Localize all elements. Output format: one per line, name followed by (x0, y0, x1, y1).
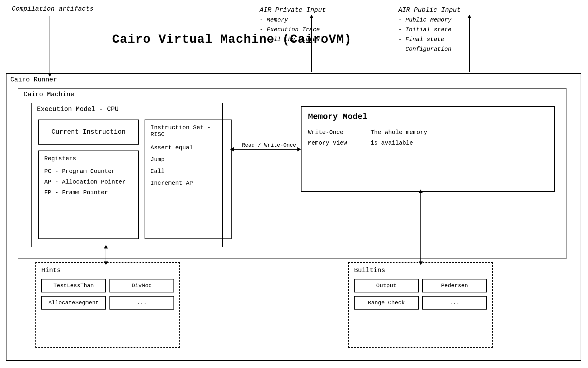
instruction-set-box: Instruction Set - RISC Assert equal Jump… (145, 120, 232, 239)
arrow-air-public (469, 18, 470, 72)
hint-item-divmod: DivMod (109, 279, 174, 292)
builtins-box: Builtins Output Pedersen Range Check ... (348, 262, 493, 348)
registers-content: PC - Program Counter AP - Allocation Poi… (44, 166, 133, 198)
memory-model-box: Memory Model Write-OnceMemory View The w… (301, 106, 555, 192)
arrow-hints (106, 248, 106, 262)
instruction-set-content: Assert equal Jump Call Increment AP (150, 142, 226, 189)
cairo-vm-title: Cairo Virtual Machine (CairoVM) (112, 32, 352, 47)
registers-box: Registers PC - Program Counter AP - Allo… (38, 151, 139, 239)
rw-label: Read / Write-Once (242, 142, 296, 148)
current-instruction-text: Current Instruction (52, 128, 126, 136)
builtin-item-rangecheck: Range Check (354, 296, 419, 310)
memory-model-label: Memory Model (308, 112, 548, 121)
diagram-root: Compilation artifacts AIR Private Input … (0, 0, 588, 368)
write-once-text: Write-OnceMemory View (308, 127, 347, 148)
builtins-grid: Output Pedersen Range Check ... (354, 279, 487, 310)
hints-label: Hints (41, 267, 174, 274)
compilation-label: Compilation artifacts (12, 5, 94, 13)
instruction-set-label: Instruction Set - RISC (150, 124, 226, 138)
current-instruction-box: Current Instruction (38, 120, 139, 145)
builtins-label: Builtins (354, 267, 487, 274)
arrow-builtins (420, 192, 421, 262)
cairo-machine-label: Cairo Machine (24, 91, 74, 98)
hint-item-allocatesegment: AllocateSegment (41, 296, 106, 310)
builtin-item-output: Output (354, 279, 419, 292)
memory-model-content: Write-OnceMemory View The whole memoryis… (308, 127, 548, 148)
cairo-runner-label: Cairo Runner (10, 76, 57, 84)
execution-model-label: Execution Model - CPU (37, 106, 119, 113)
hint-item-ellipsis: ... (109, 296, 174, 310)
builtin-item-pedersen: Pedersen (422, 279, 487, 292)
arrow-air-private (311, 18, 312, 72)
registers-label: Registers (44, 155, 133, 162)
hint-item-testlessthan: TestLessThan (41, 279, 106, 292)
whole-memory-text: The whole memoryis available (371, 127, 427, 148)
arrow-compilation (50, 16, 50, 74)
hints-grid: TestLessThan DivMod AllocateSegment ... (41, 279, 174, 310)
builtin-item-ellipsis: ... (422, 296, 487, 310)
hints-box: Hints TestLessThan DivMod AllocateSegmen… (35, 262, 180, 348)
rw-arrow (233, 149, 298, 150)
air-public-label: AIR Public Input - Public Memory- Initia… (398, 5, 461, 54)
